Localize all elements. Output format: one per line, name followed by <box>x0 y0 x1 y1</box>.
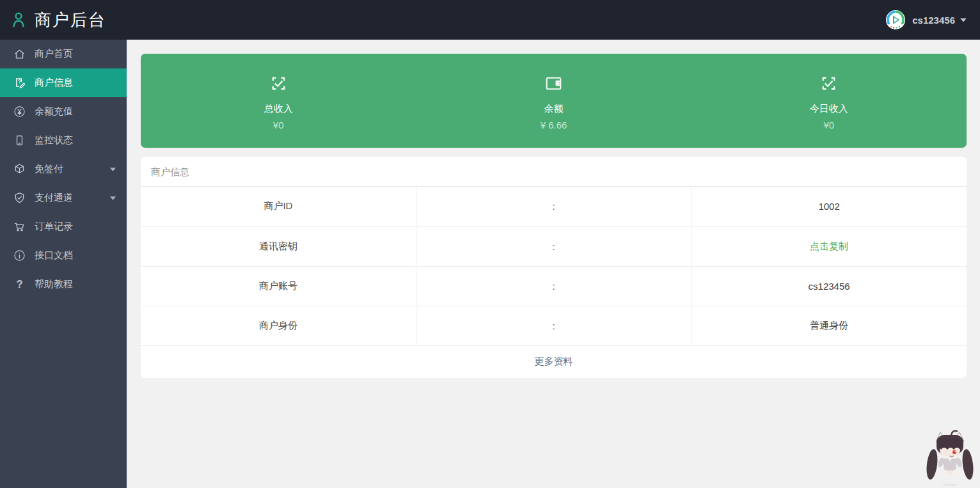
row-separator: : <box>416 226 691 266</box>
mascot-character <box>922 429 978 487</box>
stat-value: ¥0 <box>823 120 834 130</box>
row-label: 商户ID <box>141 187 416 226</box>
sidebar-item-label: 商户首页 <box>35 48 116 60</box>
row-label: 商户账号 <box>141 266 416 306</box>
merchant-info-card: 商户信息 商户ID : 1002 通讯密钥 : 点击复制 商户账号 : cs12… <box>141 157 967 378</box>
sidebar-item-balance-recharge[interactable]: 余额充值 <box>0 97 127 126</box>
sidebar-item-no-sign-pay[interactable]: 免签付 <box>0 155 127 184</box>
chevron-down-icon <box>109 194 116 201</box>
sidebar-item-label: 余额充值 <box>35 106 116 118</box>
phone-icon <box>12 134 26 148</box>
info-circle-icon <box>12 249 26 263</box>
sidebar-item-label: 订单记录 <box>35 221 116 233</box>
sidebar-item-merchant-home[interactable]: 商户首页 <box>0 40 127 68</box>
sidebar-item-label: 支付通道 <box>35 192 109 204</box>
scan-check-icon <box>267 72 290 95</box>
user-menu[interactable]: cs123456 <box>886 10 967 29</box>
stat-today-income: 今日收入 ¥0 <box>692 54 967 148</box>
edit-document-icon <box>12 76 26 90</box>
home-icon <box>12 47 26 61</box>
stat-label: 总收入 <box>264 103 293 115</box>
app-title: 商户后台 <box>35 9 106 31</box>
stat-balance: 余额 ¥ 6.66 <box>416 54 691 148</box>
copy-key-link[interactable]: 点击复制 <box>810 240 848 251</box>
row-label: 商户身份 <box>141 306 416 345</box>
row-separator: : <box>416 306 691 345</box>
question-icon: ? <box>12 278 26 292</box>
row-separator: : <box>416 187 691 226</box>
sidebar-item-label: 免签付 <box>35 163 109 175</box>
merchant-info-table: 商户ID : 1002 通讯密钥 : 点击复制 商户账号 : cs123456 … <box>141 187 967 346</box>
table-row: 商户身份 : 普通身份 <box>141 306 967 345</box>
card-title: 商户信息 <box>141 157 967 187</box>
row-value: cs123456 <box>809 281 850 292</box>
stat-label: 余额 <box>544 103 563 115</box>
main-content: 总收入 ¥0 余额 ¥ 6.66 今日收入 ¥0 商户信息 商户ID : 100… <box>127 0 980 378</box>
user-avatar-icon <box>886 10 905 29</box>
sidebar-item-label: 帮助教程 <box>35 278 116 290</box>
svg-text:?: ? <box>16 278 22 290</box>
table-row: 通讯密钥 : 点击复制 <box>141 226 967 266</box>
stat-total-income: 总收入 ¥0 <box>141 54 416 148</box>
table-row: 商户账号 : cs123456 <box>141 266 967 306</box>
stat-label: 今日收入 <box>810 103 848 115</box>
sidebar-item-payment-channel[interactable]: 支付通道 <box>0 184 127 212</box>
wallet-icon <box>542 72 565 95</box>
sidebar-item-order-records[interactable]: 订单记录 <box>0 212 127 241</box>
username-label: cs123456 <box>912 15 955 26</box>
sidebar-item-label: 监控状态 <box>35 134 116 146</box>
app-logo: 商户后台 <box>0 9 106 31</box>
table-row: 商户ID : 1002 <box>141 187 967 226</box>
stat-value: ¥0 <box>273 120 284 130</box>
scan-check-icon <box>817 72 841 95</box>
row-value: 普通身份 <box>810 320 848 331</box>
sidebar-item-api-docs[interactable]: 接口文档 <box>0 241 127 270</box>
row-label: 通讯密钥 <box>141 226 416 266</box>
chevron-down-icon <box>109 166 116 173</box>
row-separator: : <box>416 266 691 306</box>
person-icon <box>8 10 29 30</box>
sidebar-item-label: 接口文档 <box>35 249 116 262</box>
sidebar-item-merchant-info[interactable]: 商户信息 <box>0 68 127 97</box>
yen-circle-icon <box>12 105 26 119</box>
stat-value: ¥ 6.66 <box>541 120 567 130</box>
shield-check-icon <box>12 191 26 205</box>
cube-icon <box>12 162 26 177</box>
cart-icon <box>12 220 26 234</box>
more-info-button[interactable]: 更多资料 <box>141 346 967 378</box>
row-value: 1002 <box>818 201 839 212</box>
sidebar-nav: 商户首页 商户信息 余额充值 监控状态 免签付 支付通道 订单记录 接口文档 ? <box>0 40 127 488</box>
sidebar-item-label: 商户信息 <box>35 77 116 89</box>
sidebar-item-monitor-status[interactable]: 监控状态 <box>0 126 127 155</box>
sidebar-item-help-tutorial[interactable]: ? 帮助教程 <box>0 270 127 299</box>
top-header: 商户后台 cs123456 <box>0 0 980 40</box>
chevron-down-icon <box>960 16 967 24</box>
stats-banner: 总收入 ¥0 余额 ¥ 6.66 今日收入 ¥0 <box>141 54 967 148</box>
